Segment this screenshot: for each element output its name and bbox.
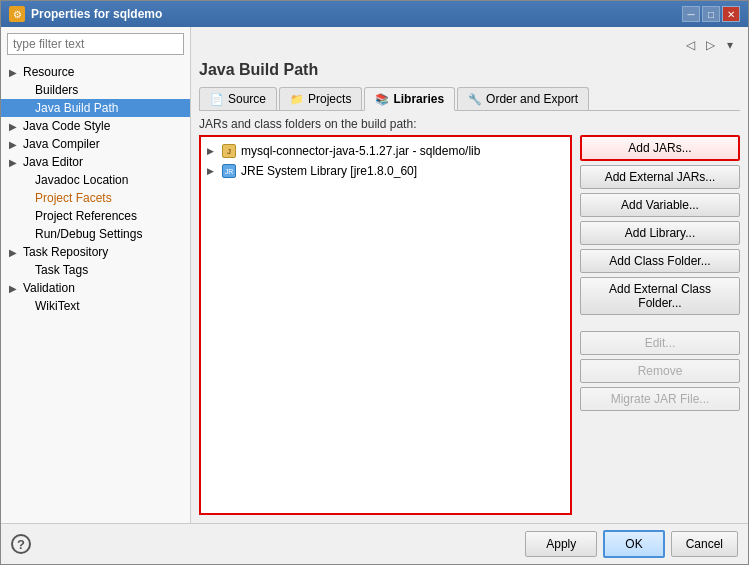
minimize-button[interactable]: ─ [682, 6, 700, 22]
tabs-row: 📄Source📁Projects📚Libraries🔧Order and Exp… [199, 87, 740, 111]
tree-arrow-icon: ▶ [9, 121, 19, 132]
list-description: JARs and class folders on the build path… [199, 117, 740, 131]
list-panel: ▶Jmysql-connector-java-5.1.27.jar - sqld… [199, 135, 572, 515]
sidebar-item-run-debug-settings[interactable]: Run/Debug Settings [1, 225, 190, 243]
sidebar-item-project-references[interactable]: Project References [1, 207, 190, 225]
add-class-folder-button[interactable]: Add Class Folder... [580, 249, 740, 273]
jre-icon: JR [222, 164, 236, 178]
sidebar-item-label: Run/Debug Settings [35, 227, 142, 241]
list-item-jre-system[interactable]: ▶JRJRE System Library [jre1.8.0_60] [205, 161, 566, 181]
tab-label-order-export: Order and Export [486, 92, 578, 106]
migrate-jar-button: Migrate JAR File... [580, 387, 740, 411]
tab-projects[interactable]: 📁Projects [279, 87, 362, 110]
dialog-icon: ⚙ [9, 6, 25, 22]
sidebar-item-label: Project Facets [35, 191, 112, 205]
help-button[interactable]: ? [11, 534, 31, 554]
sidebar-item-label: Java Build Path [35, 101, 118, 115]
apply-button[interactable]: Apply [525, 531, 597, 557]
properties-dialog: ⚙ Properties for sqldemo ─ □ ✕ ▶Resource… [0, 0, 749, 565]
tab-libraries[interactable]: 📚Libraries [364, 87, 455, 111]
add-library-button[interactable]: Add Library... [580, 221, 740, 245]
buttons-panel: Add JARs...Add External JARs...Add Varia… [580, 135, 740, 515]
tab-label-libraries: Libraries [393, 92, 444, 106]
sidebar-item-label: Java Compiler [23, 137, 100, 151]
edit-button: Edit... [580, 331, 740, 355]
buttons-separator [580, 319, 740, 327]
sidebar-item-task-repository[interactable]: ▶Task Repository [1, 243, 190, 261]
dialog-body: ▶ResourceBuildersJava Build Path▶Java Co… [1, 27, 748, 523]
list-item-mysql-jar[interactable]: ▶Jmysql-connector-java-5.1.27.jar - sqld… [205, 141, 566, 161]
tree-arrow-icon: ▶ [9, 139, 19, 150]
sidebar-item-label: Resource [23, 65, 74, 79]
title-bar-left: ⚙ Properties for sqldemo [9, 6, 162, 22]
add-external-jars-button[interactable]: Add External JARs... [580, 165, 740, 189]
dialog-title: Properties for sqldemo [31, 7, 162, 21]
sidebar-item-java-editor[interactable]: ▶Java Editor [1, 153, 190, 171]
list-item-text: JRE System Library [jre1.8.0_60] [241, 164, 417, 178]
sidebar-item-javadoc-location[interactable]: Javadoc Location [1, 171, 190, 189]
list-item-arrow-icon: ▶ [207, 166, 217, 176]
jar-icon: J [222, 144, 236, 158]
sidebar-item-label: Javadoc Location [35, 173, 128, 187]
dropdown-button[interactable]: ▾ [720, 35, 740, 55]
panel-title: Java Build Path [199, 61, 740, 79]
sidebar-item-label: Validation [23, 281, 75, 295]
sidebar-item-label: Java Code Style [23, 119, 110, 133]
tree-arrow-icon: ▶ [9, 283, 19, 294]
bottom-right-buttons: Apply OK Cancel [525, 530, 738, 558]
filter-input[interactable] [7, 33, 184, 55]
maximize-button[interactable]: □ [702, 6, 720, 22]
tree-arrow-icon: ▶ [9, 67, 19, 78]
tab-label-projects: Projects [308, 92, 351, 106]
tab-icon-libraries: 📚 [375, 93, 389, 106]
list-item-text: mysql-connector-java-5.1.27.jar - sqldem… [241, 144, 480, 158]
tab-order-export[interactable]: 🔧Order and Export [457, 87, 589, 110]
sidebar-item-label: Java Editor [23, 155, 83, 169]
close-button[interactable]: ✕ [722, 6, 740, 22]
bottom-bar: ? Apply OK Cancel [1, 523, 748, 564]
add-variable-button[interactable]: Add Variable... [580, 193, 740, 217]
sidebar-item-java-build-path[interactable]: Java Build Path [1, 99, 190, 117]
ok-button[interactable]: OK [603, 530, 664, 558]
sidebar-item-label: Project References [35, 209, 137, 223]
tree-arrow-icon: ▶ [9, 157, 19, 168]
sidebar-item-label: Task Repository [23, 245, 108, 259]
add-jars-button[interactable]: Add JARs... [580, 135, 740, 161]
back-button[interactable]: ◁ [680, 35, 700, 55]
tree-list: ▶ResourceBuildersJava Build Path▶Java Co… [1, 61, 190, 523]
tab-icon-source: 📄 [210, 93, 224, 106]
add-external-class-folder-button[interactable]: Add External Class Folder... [580, 277, 740, 315]
tab-icon-order-export: 🔧 [468, 93, 482, 106]
sidebar-item-builders[interactable]: Builders [1, 81, 190, 99]
tab-icon-projects: 📁 [290, 93, 304, 106]
tab-source[interactable]: 📄Source [199, 87, 277, 110]
sidebar-item-project-facets[interactable]: Project Facets [1, 189, 190, 207]
forward-button[interactable]: ▷ [700, 35, 720, 55]
sidebar-item-java-compiler[interactable]: ▶Java Compiler [1, 135, 190, 153]
content-area: ▶Jmysql-connector-java-5.1.27.jar - sqld… [199, 135, 740, 515]
tab-label-source: Source [228, 92, 266, 106]
sidebar-item-label: WikiText [35, 299, 80, 313]
sidebar-item-label: Task Tags [35, 263, 88, 277]
sidebar-item-java-code-style[interactable]: ▶Java Code Style [1, 117, 190, 135]
sidebar-item-label: Builders [35, 83, 78, 97]
title-bar: ⚙ Properties for sqldemo ─ □ ✕ [1, 1, 748, 27]
sidebar-item-resource[interactable]: ▶Resource [1, 63, 190, 81]
left-panel: ▶ResourceBuildersJava Build Path▶Java Co… [1, 27, 191, 523]
sidebar-item-task-tags[interactable]: Task Tags [1, 261, 190, 279]
sidebar-item-wikitext[interactable]: WikiText [1, 297, 190, 315]
sidebar-item-validation[interactable]: ▶Validation [1, 279, 190, 297]
tree-arrow-icon: ▶ [9, 247, 19, 258]
remove-button: Remove [580, 359, 740, 383]
cancel-button[interactable]: Cancel [671, 531, 738, 557]
toolbar-row: ◁ ▷ ▾ [199, 35, 740, 55]
right-panel: ◁ ▷ ▾ Java Build Path 📄Source📁Projects📚L… [191, 27, 748, 523]
list-item-arrow-icon: ▶ [207, 146, 217, 156]
title-controls: ─ □ ✕ [682, 6, 740, 22]
